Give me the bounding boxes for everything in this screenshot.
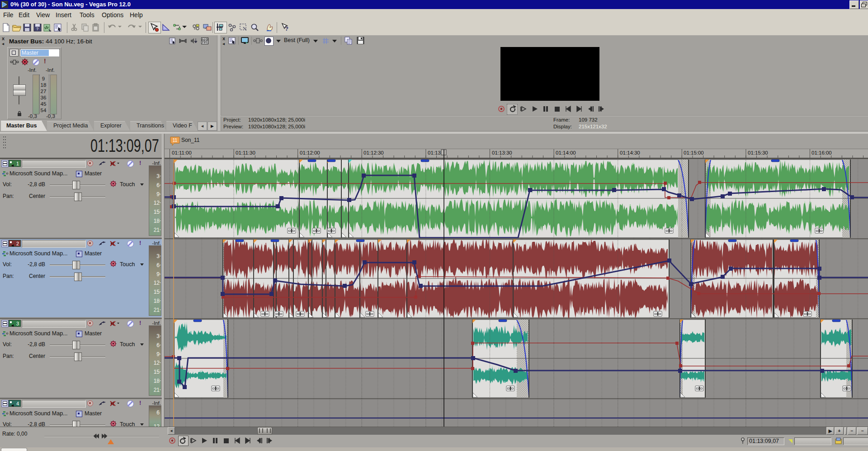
svg-text:01:13:: 01:13: (428, 150, 442, 155)
svg-text:01:12:30: 01:12:30 (363, 150, 384, 155)
svg-text:11: 11 (173, 138, 178, 143)
svg-text:01:15:00: 01:15:00 (684, 150, 704, 155)
svg-text:01:16:00: 01:16:00 (811, 150, 832, 155)
svg-text:01:12:00: 01:12:00 (300, 150, 320, 155)
svg-text:01:14:30: 01:14:30 (620, 150, 640, 155)
svg-text:?: ? (36, 27, 38, 31)
svg-text:01:11:30: 01:11:30 (236, 150, 255, 155)
svg-text:?: ? (285, 25, 288, 32)
svg-text:Son_11: Son_11 (181, 137, 200, 143)
svg-text:01:11:00: 01:11:00 (172, 150, 192, 155)
svg-text:01:13:30: 01:13:30 (492, 150, 512, 155)
svg-text:01:15:30: 01:15:30 (748, 150, 768, 155)
svg-text:01:14:00: 01:14:00 (556, 150, 576, 155)
